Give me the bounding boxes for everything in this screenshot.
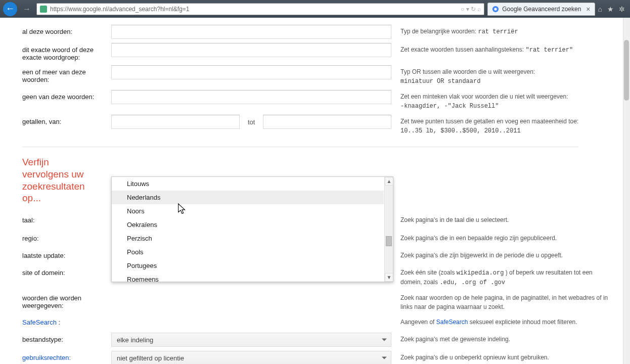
chevron-down-icon — [382, 357, 387, 359]
hint-none: Zet een minteken vlak voor woorden die u… — [393, 90, 610, 111]
row-terms-appearing: woorden die worden weergegeven: Zoek naa… — [0, 289, 630, 313]
language-option[interactable]: Perzisch — [112, 232, 384, 245]
dropdown-scrollbar[interactable]: ▲ ▼ — [384, 177, 393, 282]
row-exact: dit exacte woord of deze exacte woordgro… — [0, 41, 630, 63]
language-option[interactable]: Noors — [112, 204, 384, 218]
url-actions: ○ ▾ ↻ ⌕ — [461, 6, 481, 13]
hint-any: Typ OR tussen alle woorden die u wilt we… — [393, 65, 610, 86]
language-option[interactable]: Nederlands — [112, 191, 384, 204]
label-any: een of meer van deze woorden: — [22, 65, 111, 83]
url-text: https://www.google.nl/advanced_search?hl… — [50, 6, 190, 13]
label-filetype: bestandstype: — [22, 333, 111, 343]
hint-numbers: Zet twee punten tussen de getallen en vo… — [393, 115, 610, 135]
tab-title: Google Geavanceerd zoeken — [502, 6, 581, 13]
input-none[interactable] — [111, 90, 391, 104]
input-any[interactable] — [111, 65, 391, 79]
label-region: regio: — [22, 232, 111, 242]
forward-button[interactable]: → — [20, 3, 33, 16]
language-option[interactable]: Oekraïens — [112, 218, 384, 232]
label-all-words: al deze woorden: — [22, 25, 111, 35]
scroll-down-button[interactable]: ▼ — [385, 273, 393, 282]
label-exact: dit exacte woord of deze exacte woordgro… — [22, 43, 111, 61]
back-button[interactable]: ← — [3, 2, 17, 16]
row-all-words: al deze woorden: Typ de belangrijke woor… — [0, 23, 630, 41]
input-number-from[interactable] — [111, 115, 240, 129]
language-dropdown[interactable]: LitouwsNederlandsNoorsOekraïensPerzischP… — [111, 176, 393, 282]
row-any: een of meer van deze woorden: Typ OR tus… — [0, 63, 630, 88]
numbers-to-label: tot — [248, 118, 255, 126]
language-option[interactable]: Roemeens — [112, 272, 384, 282]
row-none: geen van deze woorden: Zet een minteken … — [0, 88, 630, 113]
label-site: site of domein: — [22, 266, 111, 277]
label-terms-appearing: woorden die worden weergegeven: — [22, 291, 111, 309]
svg-point-1 — [494, 8, 497, 10]
tab-close-button[interactable]: × — [586, 5, 590, 13]
hint-language: Zoek pagina's in de taal die u selecteer… — [393, 213, 610, 224]
label-language: taal: — [22, 213, 111, 224]
hint-filetype: Zoek pagina's met de gewenste indeling. — [393, 333, 610, 344]
label-safesearch: SafeSearch : — [22, 315, 111, 326]
input-all-words[interactable] — [111, 25, 391, 39]
input-exact[interactable] — [111, 43, 391, 57]
hint-exact: Zet exacte woorden tussen aanhalingsteke… — [393, 43, 610, 55]
hint-usage: Zoek pagina's die u onbeperkt opnieuw ku… — [393, 351, 610, 362]
label-numbers: getallen, van: — [22, 115, 111, 125]
hint-last-update: Zoek pagina's die zijn bijgewerkt in de … — [393, 249, 610, 260]
tab-favicon — [492, 6, 499, 13]
home-icon[interactable]: ⌂ — [598, 5, 602, 13]
language-option[interactable]: Litouws — [112, 177, 384, 191]
hint-region: Zoek pagina's die in een bepaalde regio … — [393, 232, 610, 243]
bookmark-icon[interactable]: ★ — [607, 5, 614, 13]
address-bar[interactable]: https://www.google.nl/advanced_search?hl… — [36, 3, 484, 15]
refine-heading: Verfijn vervolgens uw zoekresultaten op.… — [0, 154, 96, 211]
divider — [22, 147, 578, 147]
page-scrollbar[interactable] — [623, 18, 630, 364]
row-numbers: getallen, van: tot Zet twee punten tusse… — [0, 113, 630, 138]
select-filetype[interactable]: elke indeling — [111, 333, 391, 347]
label-last-update: laatste update: — [22, 249, 111, 259]
hint-all-words: Typ de belangrijke woorden: rat terriër — [393, 25, 610, 36]
row-filetype: bestandstype: elke indeling Zoek pagina'… — [0, 331, 630, 349]
input-number-to[interactable] — [263, 115, 391, 129]
site-identity-icon — [40, 6, 47, 13]
browser-toolbar: ← → https://www.google.nl/advanced_searc… — [0, 0, 630, 18]
select-usage[interactable]: niet gefilterd op licentie — [111, 351, 391, 364]
label-usage: gebruiksrechten: — [22, 351, 111, 361]
chevron-down-icon — [382, 339, 387, 341]
language-option[interactable]: Portugees — [112, 259, 384, 272]
label-none: geen van deze woorden: — [22, 90, 111, 101]
scrollbar-thumb[interactable] — [386, 236, 392, 246]
settings-icon[interactable]: ✲ — [619, 5, 625, 13]
safesearch-link[interactable]: SafeSearch — [436, 318, 468, 326]
hint-safesearch: Aangeven of SafeSearch seksueel explicie… — [393, 315, 610, 327]
language-option[interactable]: Pools — [112, 245, 384, 259]
chrome-menu-icons: ⌂ ★ ✲ — [598, 5, 627, 13]
hint-terms-appearing: Zoek naar woorden op de hele pagina, in … — [393, 291, 610, 311]
scroll-up-button[interactable]: ▲ — [385, 177, 393, 186]
browser-tab[interactable]: Google Geavanceerd zoeken × — [487, 3, 595, 16]
hint-site: Zoek één site (zoals wikipedia.org ) of … — [393, 266, 610, 287]
row-usage: gebruiksrechten: niet gefilterd op licen… — [0, 349, 630, 364]
page-scrollbar-thumb[interactable] — [624, 40, 629, 101]
row-safesearch: SafeSearch : Aangeven of SafeSearch seks… — [0, 313, 630, 331]
